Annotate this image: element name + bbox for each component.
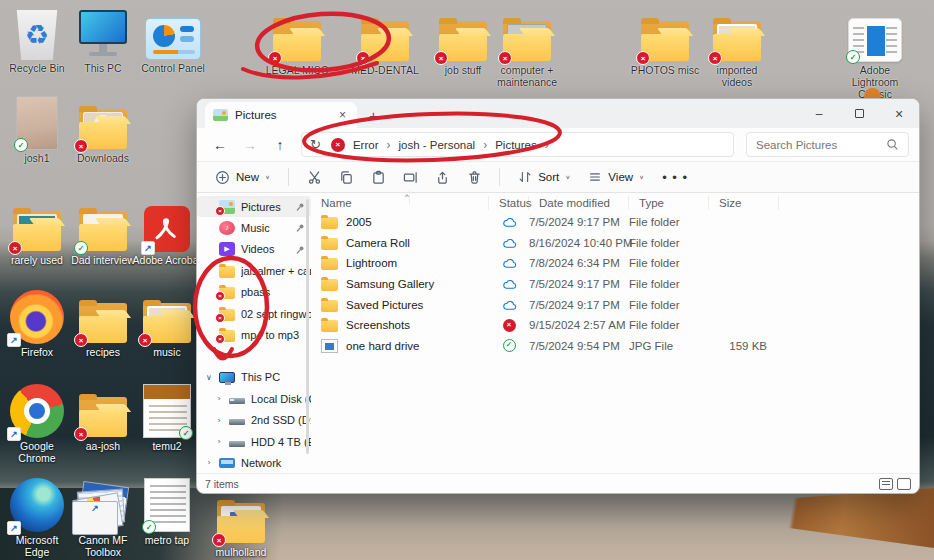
sidebar-scrollbar[interactable]	[306, 199, 309, 454]
more-options-button[interactable]: • • •	[654, 170, 696, 185]
desktop-icon-this-pc[interactable]: This PC	[68, 4, 138, 74]
column-header-date[interactable]: Date modified	[529, 196, 629, 210]
up-button[interactable]: ↑	[267, 137, 293, 153]
back-button[interactable]: ←	[207, 137, 233, 153]
paste-button[interactable]	[363, 165, 393, 189]
sidebar-item-2nd-ssd-d[interactable]: › 2nd SSD (D:)	[197, 410, 311, 431]
copy-button[interactable]	[331, 165, 361, 189]
view-button[interactable]: View ∨	[580, 166, 652, 188]
desktop-icon-metro-tap[interactable]: ✓ metro tap	[132, 476, 202, 546]
breadcrumb-error-label[interactable]: Error	[353, 139, 379, 151]
sync-error-badge: ×	[138, 333, 152, 347]
sync-refresh-icon[interactable]: ↻	[310, 137, 321, 152]
details-view-button[interactable]	[879, 478, 893, 490]
breadcrumb-item-pictures[interactable]: Pictures	[495, 139, 537, 151]
desktop-icon-aa-josh[interactable]: × aa-josh	[68, 382, 138, 452]
desktop-icon-label: recipes	[68, 346, 138, 358]
delete-button[interactable]	[459, 165, 489, 189]
sidebar-item-hdd-4tb-e[interactable]: › HDD 4 TB (E:)	[197, 431, 311, 452]
search-placeholder: Search Pictures	[756, 139, 886, 151]
desktop-icon-recipes[interactable]: × recipes	[68, 288, 138, 358]
large-icons-view-button[interactable]	[897, 478, 911, 490]
this-pc-icon	[219, 372, 235, 383]
forward-button[interactable]: →	[237, 137, 263, 153]
file-row-lightroom[interactable]: Lightroom 7/8/2024 6:34 PM File folder	[311, 253, 919, 274]
file-row-2005[interactable]: 2005 7/5/2024 9:17 PM File folder	[311, 212, 919, 233]
column-header-size[interactable]: Size	[709, 196, 779, 210]
rename-button[interactable]	[395, 165, 425, 189]
folder-icon: ×	[215, 500, 267, 544]
sync-error-badge: ×	[212, 533, 226, 547]
desktop-icon-firefox[interactable]: ↗ Firefox	[2, 288, 72, 358]
file-row-screenshots[interactable]: Screenshots × 9/15/2024 2:57 AM File fol…	[311, 315, 919, 336]
desktop-icon-lightroom-classic[interactable]: ✓ Adobe Lightroom Classic	[840, 6, 910, 100]
desktop-icon-job-stuff[interactable]: × job stuff	[428, 6, 498, 76]
maximize-button[interactable]	[839, 99, 879, 128]
desktop-icon-mulholland[interactable]: × mulholland	[206, 488, 276, 558]
chevron-open-icon[interactable]: ∨	[205, 373, 213, 382]
tab-close-icon[interactable]: ×	[336, 108, 349, 122]
sort-button[interactable]: Sort ∨	[510, 166, 578, 188]
sidebar-item-music[interactable]: ♪ Music	[197, 217, 311, 238]
desktop: ♻ Recycle Bin This PC Control Panel × LE…	[0, 0, 934, 560]
breadcrumb-item-josh-personal[interactable]: josh - Personal	[398, 139, 475, 151]
chevron-right-icon[interactable]: ›	[205, 458, 213, 467]
file-row-samsung-gallery[interactable]: Samsung Gallery 7/5/2024 9:17 PM File fo…	[311, 274, 919, 295]
desktop-icon-photos-misc[interactable]: × PHOTOS misc	[630, 6, 700, 76]
chevron-right-icon[interactable]: ›	[215, 416, 223, 425]
search-box[interactable]: Search Pictures	[746, 132, 909, 157]
desktop-icon-adobe-acrobat[interactable]: ↗ Adobe Acrobat	[132, 196, 202, 266]
close-button[interactable]: ×	[879, 99, 919, 128]
minimize-button[interactable]: –	[799, 99, 839, 128]
desktop-icon-rarely-used[interactable]: × rarely used	[2, 196, 72, 266]
sync-error-badge: ×	[215, 291, 225, 301]
desktop-icon-computer-maintenance[interactable]: × computer + maintenance	[492, 6, 562, 88]
column-header-status[interactable]: Status	[489, 196, 529, 210]
sidebar-item-local-disk-c[interactable]: › Local Disk (C:)	[197, 388, 311, 409]
navigation-pane: × Pictures ♪ Music ▶ Videos	[197, 193, 311, 473]
share-icon	[435, 170, 450, 185]
desktop-icon-google-chrome[interactable]: ↗ Google Chrome	[2, 382, 72, 464]
tab-pictures[interactable]: Pictures ×	[205, 102, 357, 128]
sort-ascending-icon: ^	[395, 190, 410, 204]
sidebar-item-02-sept-ringworm[interactable]: × 02 sept ringworm	[197, 303, 311, 324]
folder-icon: ×	[711, 18, 763, 62]
share-button[interactable]	[427, 165, 457, 189]
sidebar-item-pictures[interactable]: × Pictures	[197, 196, 311, 217]
desktop-icon-microsoft-edge[interactable]: ↗ Microsoft Edge	[2, 476, 72, 558]
desktop-icon-imported-videos[interactable]: × imported videos	[702, 6, 772, 88]
desktop-icon-legal-misc[interactable]: × LEGAL MISC	[262, 6, 332, 76]
desktop-icon-temu2[interactable]: ✓ temu2	[132, 382, 202, 452]
cut-button[interactable]	[299, 165, 329, 189]
desktop-icon-med-dental[interactable]: × MED-DENTAL	[350, 6, 420, 76]
desktop-icon-dad-interview[interactable]: ✓ Dad interview	[68, 196, 138, 266]
sync-error-badge: ×	[268, 51, 282, 65]
chevron-right-icon[interactable]: ›	[215, 394, 223, 403]
desktop-icon-music[interactable]: × music	[132, 288, 202, 358]
file-row-one-hard-drive[interactable]: one hard drive ✓ 7/5/2024 9:54 PM JPG Fi…	[311, 336, 919, 357]
sidebar-item-mp4-to-mp3[interactable]: × mp4 to mp3	[197, 324, 311, 345]
breadcrumb[interactable]: ↻ × Error › josh - Personal › Pictures ›	[301, 132, 734, 157]
file-row-camera-roll[interactable]: Camera Roll 8/16/2024 10:40 PM File fold…	[311, 233, 919, 254]
chevron-right-icon[interactable]: ›	[215, 437, 223, 446]
sidebar-item-jaisalmer-cam[interactable]: jaisalmer + cam	[197, 260, 311, 281]
desktop-icon-label: This PC	[68, 62, 138, 74]
desktop-icon-recycle-bin[interactable]: ♻ Recycle Bin	[2, 4, 72, 74]
shortcut-badge: ↗	[7, 427, 21, 441]
this-pc-icon	[77, 8, 129, 60]
desktop-icon-josh1[interactable]: ✓ josh1	[2, 94, 72, 164]
file-row-saved-pictures[interactable]: Saved Pictures 7/5/2024 9:17 PM File fol…	[311, 294, 919, 315]
column-header-type[interactable]: Type	[629, 196, 709, 210]
new-button[interactable]: New ∨	[207, 166, 278, 189]
desktop-icon-canon-mf-toolbox[interactable]: ↗ Canon MF Toolbox	[68, 476, 138, 558]
desktop-icon-label: Control Panel	[138, 62, 208, 74]
pin-icon	[295, 245, 305, 255]
new-tab-button[interactable]: +	[369, 107, 378, 124]
sidebar-item-this-pc[interactable]: ∨ This PC	[197, 367, 311, 388]
sidebar-item-videos[interactable]: ▶ Videos	[197, 239, 311, 260]
sidebar-item-network[interactable]: › Network	[197, 452, 311, 473]
desktop-icon-label: metro tap	[132, 534, 202, 546]
sidebar-item-pbass[interactable]: × pbass	[197, 282, 311, 303]
desktop-icon-downloads[interactable]: × Downloads	[68, 94, 138, 164]
desktop-icon-control-panel[interactable]: Control Panel	[138, 4, 208, 74]
